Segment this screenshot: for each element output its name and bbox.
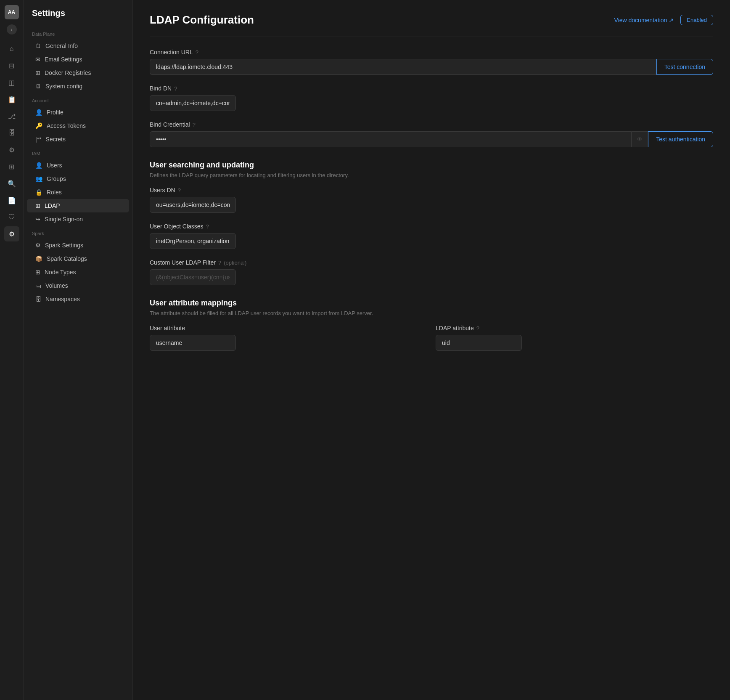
nav-monitor-button[interactable]: ◫ <box>4 75 19 90</box>
docker-registries-icon: ⊞ <box>35 69 40 76</box>
bind-credential-wrapper: 👁 <box>150 131 648 147</box>
ldap-attribute-input[interactable] <box>436 335 522 351</box>
user-searching-heading: User searching and updating <box>150 161 713 170</box>
sso-icon: ↪ <box>35 216 40 223</box>
sidebar-item-general-info[interactable]: 🗒 General Info <box>27 39 129 53</box>
sidebar-item-ldap[interactable]: ⊞ LDAP <box>27 199 129 212</box>
custom-user-ldap-filter-help-icon[interactable]: ? <box>218 260 221 266</box>
custom-user-ldap-filter-field: Custom User LDAP Filter ? (optional) <box>150 259 713 285</box>
nav-processor-button[interactable]: ⚙ <box>4 142 19 157</box>
bind-credential-input[interactable] <box>150 131 632 147</box>
icon-sidebar: AA › ⌂ ⊟ ◫ 📋 ⎇ 🗄 ⚙ ⊞ 🔍 📄 🛡 ⚙ <box>0 0 24 700</box>
main-content: LDAP Configuration View documentation ↗ … <box>133 0 730 700</box>
page-header-right: View documentation ↗ Enabled <box>614 15 713 25</box>
toggle-password-visibility-button[interactable]: 👁 <box>632 131 648 147</box>
connection-url-help-icon[interactable]: ? <box>196 49 198 56</box>
sidebar-item-spark-catalogs[interactable]: 📦 Spark Catalogs <box>27 252 129 265</box>
connection-url-row: Test connection <box>150 59 713 75</box>
header-divider <box>150 37 713 37</box>
sidebar-item-volumes[interactable]: 🖴 Volumes <box>27 279 129 292</box>
sidebar-section-iam: IAM <box>24 146 132 159</box>
optional-label: (optional) <box>224 260 246 266</box>
sidebar-item-single-sign-on[interactable]: ↪ Single Sign-on <box>27 212 129 226</box>
sidebar-item-profile[interactable]: 👤 Profile <box>27 106 129 119</box>
custom-user-ldap-filter-input[interactable] <box>150 269 236 285</box>
eye-icon: 👁 <box>637 136 643 143</box>
left-sidebar: Settings Data Plane 🗒 General Info ✉ Ema… <box>24 0 133 700</box>
test-connection-button[interactable]: Test connection <box>656 59 713 75</box>
sidebar-item-system-config[interactable]: 🖥 System config <box>27 80 129 93</box>
general-info-icon: 🗒 <box>35 42 41 49</box>
collapse-sidebar-button[interactable]: › <box>7 24 17 34</box>
user-attribute-mappings-description: The attribute should be filled for all L… <box>150 310 713 316</box>
user-attribute-mappings-section: User attribute mappings The attribute sh… <box>150 299 713 316</box>
nav-tables-button[interactable]: ⊟ <box>4 58 19 73</box>
ldap-icon: ⊞ <box>35 202 40 209</box>
profile-icon: 👤 <box>35 109 42 116</box>
connection-url-field: Connection URL ? Test connection <box>150 49 713 75</box>
user-object-classes-label: User Object Classes ? <box>150 223 713 230</box>
sidebar-item-namespaces[interactable]: 🗄 Namespaces <box>27 292 129 306</box>
ldap-attribute-help-icon[interactable]: ? <box>476 325 479 331</box>
bind-dn-field: Bind DN ? <box>150 85 713 111</box>
sidebar-item-docker-registries[interactable]: ⊞ Docker Registries <box>27 66 129 80</box>
bind-dn-input[interactable] <box>150 95 236 111</box>
sidebar-item-roles[interactable]: 🔒 Roles <box>27 186 129 199</box>
nav-grid-button[interactable]: ⊞ <box>4 159 19 174</box>
volumes-icon: 🖴 <box>35 282 41 289</box>
avatar[interactable]: AA <box>5 5 19 19</box>
sidebar-item-users[interactable]: 👤 Users <box>27 159 129 172</box>
users-dn-help-icon[interactable]: ? <box>178 187 181 194</box>
nav-search-button[interactable]: 🔍 <box>4 176 19 191</box>
user-object-classes-input[interactable] <box>150 233 236 249</box>
attribute-mappings-row: User attribute LDAP attribute ? <box>150 325 713 361</box>
user-attribute-input[interactable] <box>150 335 236 351</box>
nav-git-button[interactable]: ⎇ <box>4 109 19 124</box>
page-header: LDAP Configuration View documentation ↗ … <box>150 13 713 27</box>
user-attribute-field: User attribute <box>150 325 427 351</box>
node-types-icon: ⊞ <box>35 269 40 276</box>
sidebar-item-secrets[interactable]: |** Secrets <box>27 133 129 146</box>
connection-url-input[interactable] <box>150 59 656 75</box>
user-attribute-label: User attribute <box>150 325 427 331</box>
sidebar-title: Settings <box>24 8 132 27</box>
bind-credential-help-icon[interactable]: ? <box>193 122 196 128</box>
spark-settings-icon: ⚙ <box>35 242 41 249</box>
nav-home-button[interactable]: ⌂ <box>4 41 19 56</box>
secrets-icon: |** <box>35 136 42 143</box>
groups-icon: 👥 <box>35 175 42 182</box>
bind-dn-label: Bind DN ? <box>150 85 713 92</box>
ldap-attribute-field: LDAP attribute ? <box>436 325 713 351</box>
nav-document-button[interactable]: 📄 <box>4 193 19 208</box>
view-documentation-link[interactable]: View documentation ↗ <box>614 17 674 24</box>
nav-notebook-button[interactable]: 📋 <box>4 92 19 107</box>
nav-settings-button[interactable]: ⚙ <box>4 226 19 241</box>
roles-icon: 🔒 <box>35 189 42 196</box>
status-badge: Enabled <box>680 15 713 25</box>
sidebar-section-account: Account <box>24 93 132 106</box>
ldap-attribute-label: LDAP attribute ? <box>436 325 713 331</box>
users-dn-field: Users DN ? <box>150 187 713 213</box>
nav-storage-button[interactable]: 🗄 <box>4 125 19 141</box>
user-object-classes-help-icon[interactable]: ? <box>206 223 209 230</box>
sidebar-item-email-settings[interactable]: ✉ Email Settings <box>27 53 129 66</box>
nav-shield-button[interactable]: 🛡 <box>4 209 19 225</box>
sidebar-item-node-types[interactable]: ⊞ Node Types <box>27 265 129 279</box>
user-searching-section: User searching and updating Defines the … <box>150 161 713 178</box>
user-object-classes-field: User Object Classes ? <box>150 223 713 249</box>
users-dn-input[interactable] <box>150 197 236 213</box>
test-authentication-button[interactable]: Test authentication <box>648 131 713 147</box>
users-dn-label: Users DN ? <box>150 187 713 194</box>
sidebar-item-access-tokens[interactable]: 🔑 Access Tokens <box>27 119 129 133</box>
bind-dn-help-icon[interactable]: ? <box>174 85 177 92</box>
sidebar-item-spark-settings[interactable]: ⚙ Spark Settings <box>27 239 129 252</box>
bind-credential-label: Bind Credential ? <box>150 121 713 128</box>
namespaces-icon: 🗄 <box>35 296 41 302</box>
email-settings-icon: ✉ <box>35 56 40 63</box>
spark-catalogs-icon: 📦 <box>35 255 42 262</box>
sidebar-item-groups[interactable]: 👥 Groups <box>27 172 129 186</box>
connection-url-label: Connection URL ? <box>150 49 713 56</box>
page-title: LDAP Configuration <box>150 13 254 27</box>
bind-credential-field: Bind Credential ? 👁 Test authentication <box>150 121 713 147</box>
access-tokens-icon: 🔑 <box>35 122 42 129</box>
